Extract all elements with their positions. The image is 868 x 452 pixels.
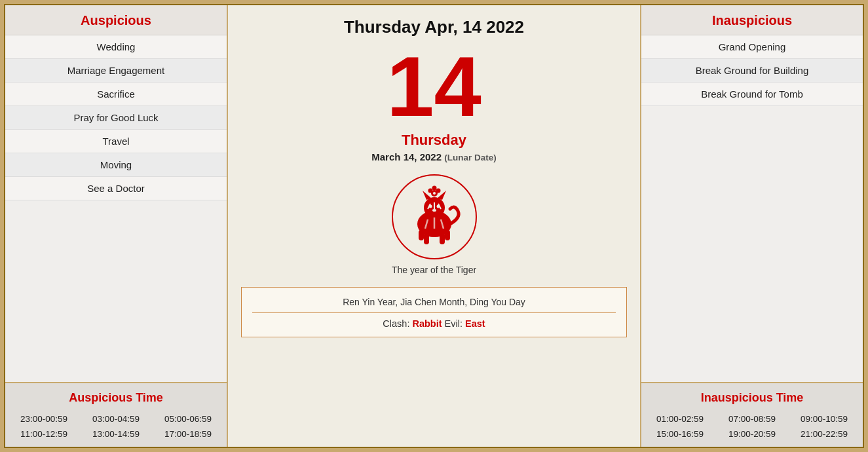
auspicious-list-item: Marriage Engagement	[5, 59, 227, 83]
lunar-date: March 14, 2022 (Lunar Date)	[371, 151, 496, 162]
auspicious-time-cell: 03:00-04:59	[83, 413, 149, 425]
svg-rect-10	[424, 233, 429, 244]
inauspicious-list: Grand OpeningBreak Ground for BuildingBr…	[641, 35, 863, 106]
svg-point-9	[432, 209, 436, 212]
svg-point-20	[432, 186, 436, 191]
auspicious-time-cell: 23:00-00:59	[10, 413, 77, 425]
svg-rect-11	[440, 233, 445, 244]
auspicious-list-item: Moving	[5, 153, 227, 177]
inauspicious-section: Inauspicious Grand OpeningBreak Ground f…	[641, 5, 863, 382]
inauspicious-list-item: Break Ground for Building	[641, 59, 863, 83]
svg-point-21	[433, 192, 436, 195]
auspicious-title: Auspicious	[5, 5, 227, 35]
inauspicious-time-cell: 01:00-02:59	[647, 413, 713, 425]
day-name: Thursday	[402, 132, 466, 149]
inauspicious-list-item: Break Ground for Tomb	[641, 83, 863, 106]
auspicious-list-item: See a Doctor	[5, 177, 227, 200]
auspicious-time-cell: 17:00-18:59	[155, 428, 221, 440]
auspicious-time-cell: 13:00-14:59	[83, 428, 149, 440]
inauspicious-time-grid: 01:00-02:5907:00-08:5909:00-10:5915:00-1…	[647, 413, 858, 440]
evil-value: East	[465, 318, 485, 329]
left-panel: Auspicious WeddingMarriage EngagementSac…	[5, 5, 228, 447]
svg-point-18	[428, 189, 432, 193]
tiger-circle	[392, 174, 477, 259]
inauspicious-time-cell: 19:00-20:59	[719, 428, 785, 440]
auspicious-list-item: Sacrifice	[5, 83, 227, 106]
inauspicious-time-cell: 15:00-16:59	[647, 428, 713, 440]
auspicious-list: WeddingMarriage EngagementSacrificePray …	[5, 35, 227, 200]
info-line2: Clash: Rabbit Evil: East	[383, 318, 485, 329]
inauspicious-title: Inauspicious	[641, 5, 863, 35]
inauspicious-time-section: Inauspicious Time 01:00-02:5907:00-08:59…	[641, 382, 863, 447]
svg-rect-12	[419, 230, 424, 240]
lunar-date-bold: March 14, 2022	[371, 151, 442, 162]
inauspicious-time-title: Inauspicious Time	[647, 391, 858, 405]
auspicious-time-title: Auspicious Time	[10, 391, 221, 405]
tiger-icon	[399, 181, 470, 252]
clash-label: Clash:	[383, 318, 409, 329]
lunar-date-note: (Lunar Date)	[444, 153, 497, 162]
info-box: Ren Yin Year, Jia Chen Month, Ding You D…	[241, 287, 627, 337]
inauspicious-time-cell: 07:00-08:59	[719, 413, 785, 425]
svg-rect-13	[445, 230, 450, 240]
center-panel: Thursday Apr, 14 2022 14 Thursday March …	[228, 5, 640, 447]
auspicious-time-grid: 23:00-00:5903:00-04:5905:00-06:5911:00-1…	[10, 413, 221, 440]
info-divider	[252, 312, 616, 313]
tiger-area: The year of the Tiger	[392, 174, 477, 275]
date-heading: Thursday Apr, 14 2022	[344, 17, 524, 37]
svg-point-8	[436, 205, 440, 208]
svg-point-19	[436, 189, 440, 193]
evil-label: Evil:	[445, 318, 462, 329]
right-panel: Inauspicious Grand OpeningBreak Ground f…	[640, 5, 863, 447]
svg-point-7	[428, 205, 432, 208]
inauspicious-list-item: Grand Opening	[641, 35, 863, 59]
day-number: 14	[387, 44, 481, 129]
clash-value: Rabbit	[412, 318, 442, 329]
auspicious-time-section: Auspicious Time 23:00-00:5903:00-04:5905…	[5, 382, 227, 447]
auspicious-list-item: Wedding	[5, 35, 227, 59]
auspicious-section: Auspicious WeddingMarriage EngagementSac…	[5, 5, 227, 382]
auspicious-time-cell: 11:00-12:59	[10, 428, 77, 440]
inauspicious-time-cell: 21:00-22:59	[791, 428, 858, 440]
tiger-label: The year of the Tiger	[392, 265, 476, 275]
auspicious-list-item: Pray for Good Luck	[5, 106, 227, 130]
info-line1: Ren Yin Year, Jia Chen Month, Ding You D…	[343, 297, 525, 307]
auspicious-list-item: Travel	[5, 130, 227, 153]
inauspicious-time-cell: 09:00-10:59	[791, 413, 858, 425]
auspicious-time-cell: 05:00-06:59	[155, 413, 221, 425]
